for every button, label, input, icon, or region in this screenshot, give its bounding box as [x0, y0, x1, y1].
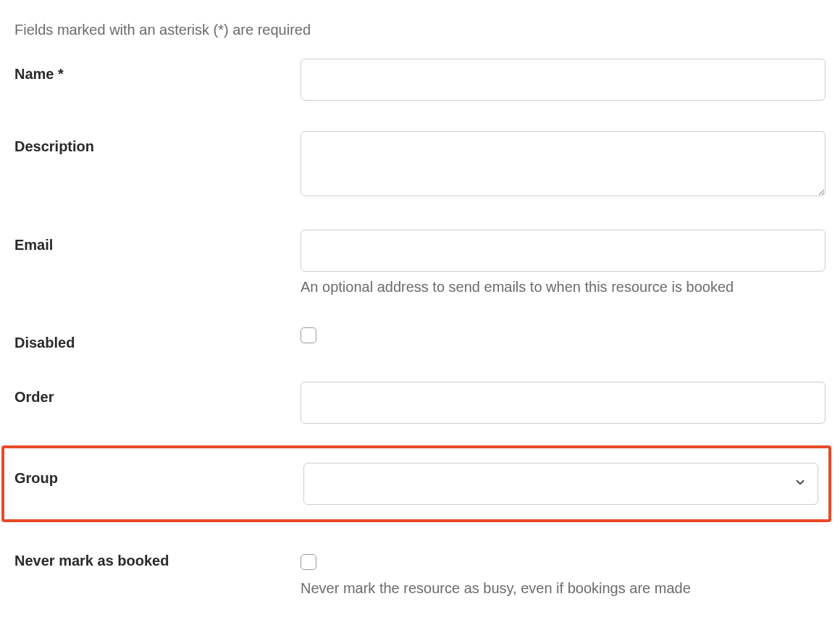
group-row: Group [14, 463, 818, 505]
description-textarea[interactable] [301, 131, 826, 196]
order-input[interactable] [301, 382, 826, 424]
email-help: An optional address to send emails to wh… [301, 279, 826, 295]
group-select[interactable] [303, 463, 818, 505]
email-input[interactable] [301, 230, 826, 272]
order-row: Order [14, 382, 826, 424]
description-row: Description [14, 131, 826, 199]
never-booked-label: Never mark as booked [14, 553, 301, 569]
order-label: Order [14, 382, 301, 406]
required-fields-hint: Fields marked with an asterisk (*) are r… [14, 22, 826, 38]
never-booked-help: Never mark the resource as busy, even if… [301, 580, 826, 597]
never-booked-row: Never mark as booked Never mark the reso… [14, 553, 826, 597]
disabled-label: Disabled [14, 326, 301, 351]
disabled-checkbox[interactable] [301, 327, 316, 343]
name-label: Name * [14, 59, 301, 83]
name-input[interactable] [301, 59, 826, 101]
never-booked-checkbox[interactable] [301, 554, 316, 570]
disabled-row: Disabled [14, 326, 826, 351]
group-highlight: Group [1, 445, 831, 522]
name-row: Name * [14, 59, 826, 101]
email-label: Email [14, 230, 301, 253]
description-label: Description [14, 131, 301, 155]
group-label: Group [14, 463, 303, 487]
email-row: Email An optional address to send emails… [14, 230, 826, 295]
